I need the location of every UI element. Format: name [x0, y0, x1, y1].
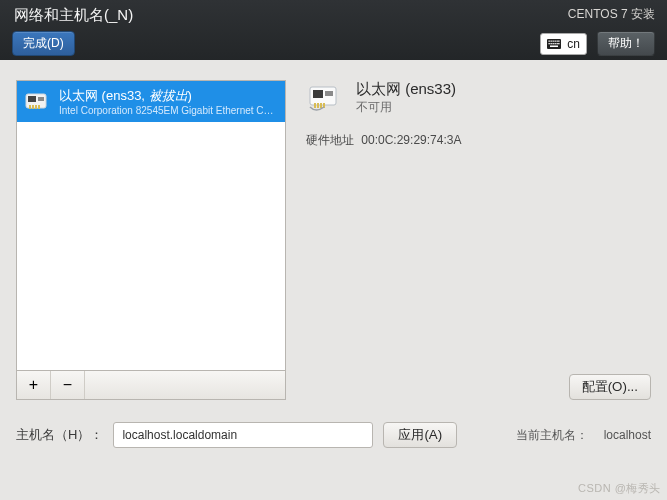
svg-rect-15 [28, 96, 36, 102]
network-card-icon [25, 88, 51, 116]
apply-button[interactable]: 应用(A) [383, 422, 457, 448]
page-title: 网络和主机名(_N) [12, 6, 334, 25]
svg-rect-17 [29, 105, 31, 109]
current-hostname-label: 当前主机名： [516, 427, 588, 444]
hostname-row: 主机名（H）： 应用(A) 当前主机名： localhost [16, 422, 651, 448]
svg-rect-8 [551, 43, 552, 44]
done-button[interactable]: 完成(D) [12, 31, 75, 56]
watermark: CSDN @梅秀头 [578, 481, 661, 496]
svg-rect-18 [32, 105, 34, 109]
svg-rect-25 [317, 103, 319, 108]
svg-rect-12 [559, 43, 560, 44]
header-bar: 网络和主机名(_N) 完成(D) CENTOS 7 安装 cn 帮助！ [0, 0, 667, 60]
svg-rect-7 [549, 43, 550, 44]
connection-list[interactable]: 以太网 (ens33, 被拔出) Intel Corporation 82545… [16, 80, 286, 370]
current-hostname-value: localhost [604, 428, 651, 442]
hardware-address-row: 硬件地址 00:0C:29:29:74:3A [306, 132, 651, 149]
svg-rect-6 [559, 40, 560, 41]
svg-rect-20 [38, 105, 40, 109]
network-card-icon [306, 80, 346, 116]
detail-status: 不可用 [356, 99, 456, 116]
svg-rect-26 [320, 103, 322, 108]
main-area: 以太网 (ens33, 被拔出) Intel Corporation 82545… [0, 60, 667, 450]
detail-title: 以太网 (ens33) [356, 80, 456, 99]
connection-subtitle: Intel Corporation 82545EM Gigabit Ethern… [59, 105, 277, 116]
add-connection-button[interactable]: + [17, 371, 51, 399]
installer-label: CENTOS 7 安装 [568, 6, 655, 23]
svg-rect-23 [325, 91, 333, 96]
hardware-address-value: 00:0C:29:29:74:3A [361, 133, 461, 147]
help-button[interactable]: 帮助！ [597, 31, 655, 56]
hostname-input[interactable] [113, 422, 373, 448]
list-toolbar: + − [16, 370, 286, 400]
hardware-address-label: 硬件地址 [306, 133, 354, 147]
keyboard-icon [547, 39, 561, 49]
svg-rect-13 [550, 45, 558, 47]
svg-rect-9 [553, 43, 554, 44]
hostname-label: 主机名（H）： [16, 426, 103, 444]
svg-rect-2 [551, 40, 552, 41]
connection-item[interactable]: 以太网 (ens33, 被拔出) Intel Corporation 82545… [17, 81, 285, 122]
svg-rect-24 [314, 103, 316, 108]
keyboard-layout-selector[interactable]: cn [540, 33, 587, 55]
connection-detail-panel: 以太网 (ens33) 不可用 硬件地址 00:0C:29:29:74:3A 配… [306, 80, 651, 400]
svg-rect-22 [313, 90, 323, 98]
svg-rect-4 [555, 40, 556, 41]
connection-list-panel: 以太网 (ens33, 被拔出) Intel Corporation 82545… [16, 80, 286, 400]
svg-rect-5 [557, 40, 558, 41]
keyboard-layout-value: cn [567, 37, 580, 51]
svg-rect-19 [35, 105, 37, 109]
svg-rect-3 [553, 40, 554, 41]
connection-title: 以太网 (ens33, 被拔出) [59, 87, 277, 105]
configure-button[interactable]: 配置(O)... [569, 374, 651, 400]
svg-rect-16 [38, 97, 44, 101]
svg-rect-11 [557, 43, 558, 44]
remove-connection-button[interactable]: − [51, 371, 85, 399]
svg-rect-10 [555, 43, 556, 44]
svg-rect-1 [549, 40, 550, 41]
